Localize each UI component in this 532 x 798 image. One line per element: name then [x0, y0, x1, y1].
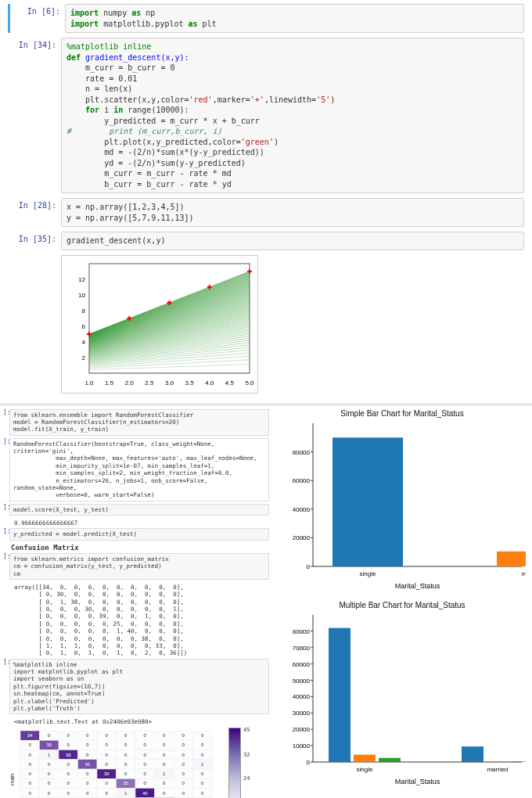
colorbar: 45 32 24 16 0: [228, 728, 241, 798]
prompt-4: In [35]:: [8, 232, 61, 250]
svg-text:10: 10: [78, 292, 85, 299]
svg-text:25: 25: [123, 781, 128, 785]
mini-cell-6[interactable]: ]:RandomForestClassifier(bootstrap=True,…: [3, 438, 269, 501]
svg-text:3.0: 3.0: [165, 379, 174, 386]
simple-bar-svg: 020000400006000080000singlemarriedMarita…: [275, 419, 526, 591]
mini-out-7: 0.9666666666666667: [11, 518, 269, 528]
svg-text:4.5: 4.5: [225, 379, 235, 386]
svg-rect-325: [329, 627, 350, 761]
svg-text:single: single: [357, 766, 373, 773]
svg-text:38: 38: [66, 752, 71, 757]
simple-bar-title: Simple Bar Chart for Marital_Status: [275, 409, 529, 418]
svg-text:Truth: Truth: [11, 774, 15, 786]
heatmap-output: 3400000000003000000000013800000000003000…: [11, 728, 269, 798]
svg-text:single: single: [360, 570, 376, 577]
mini-out-9: array([[34, 0, 0, 0, 0, 0, 0, 0, 0, 0], …: [11, 582, 269, 659]
confusion-heading: Confusion Matrix: [11, 544, 269, 552]
svg-text:40000: 40000: [293, 505, 311, 512]
svg-text:2.0: 2.0: [125, 379, 135, 386]
svg-rect-331: [512, 761, 526, 762]
svg-text:married: married: [487, 766, 508, 773]
svg-text:39: 39: [104, 771, 110, 776]
svg-text:0: 0: [307, 563, 311, 570]
mini-out-10: <matplotlib.text.Text at 0x2406e03e080>: [11, 717, 269, 727]
svg-text:Marital_Status: Marital_Status: [395, 778, 440, 785]
multiple-bar-svg: 0100002000030000400005000060000700008000…: [275, 611, 526, 787]
svg-text:married: married: [521, 570, 526, 577]
code-cell-1[interactable]: In [6]: import numpy as np import matplo…: [8, 4, 524, 33]
mini-cell-9[interactable]: ]:from sklearn.metrics import confusion_…: [3, 553, 269, 580]
svg-text:40: 40: [142, 790, 148, 795]
svg-text:12: 12: [78, 276, 85, 283]
svg-text:40000: 40000: [293, 693, 311, 700]
svg-text:30000: 30000: [293, 710, 311, 717]
svg-rect-330: [487, 760, 509, 761]
code-cell-3[interactable]: In [28]: x = np.array([1,2,3,4,5]) y = n…: [8, 198, 524, 227]
svg-text:6: 6: [82, 323, 86, 330]
svg-text:4.0: 4.0: [205, 379, 214, 386]
prompt-1: In [6]:: [12, 4, 65, 33]
svg-text:34: 34: [27, 733, 33, 738]
code-input-3[interactable]: x = np.array([1,2,3,4,5]) y = np.array([…: [61, 198, 524, 227]
svg-text:70000: 70000: [293, 644, 311, 651]
code-input-2[interactable]: %matplotlib inline def gradient_descent(…: [61, 38, 524, 193]
svg-text:1.5: 1.5: [105, 379, 114, 386]
svg-text:20000: 20000: [293, 534, 311, 541]
svg-text:2: 2: [82, 354, 86, 361]
mini-cell-7[interactable]: ]:model.score(X_test, y_test): [3, 504, 269, 516]
mini-cell-5[interactable]: ]:from sklearn.ensemble import RandomFor…: [3, 409, 269, 436]
code-cell-2[interactable]: In [34]: %matplotlib inline def gradient…: [8, 38, 524, 193]
left-notebook: ]:from sklearn.ensemble import RandomFor…: [0, 406, 272, 799]
mini-cell-8[interactable]: ]:y_predicted = model.predict(X_test): [3, 528, 269, 540]
svg-rect-327: [379, 757, 401, 761]
svg-text:3.5: 3.5: [185, 379, 195, 386]
multiple-bar-box: Multiple Bar Chart for Marital_Status 01…: [275, 601, 529, 789]
svg-text:80000: 80000: [293, 448, 311, 455]
code-input-4[interactable]: gradient_descent(x,y): [61, 232, 524, 250]
prompt-2: In [34]:: [8, 38, 61, 193]
multiple-bar-title: Multiple Bar Chart for Marital_Status: [275, 601, 529, 609]
svg-text:1.0: 1.0: [84, 379, 94, 386]
svg-text:60000: 60000: [293, 477, 311, 484]
svg-rect-302: [497, 551, 526, 566]
svg-text:0: 0: [307, 759, 311, 766]
svg-rect-300: [332, 437, 403, 566]
heatmap-svg: 3400000000003000000000013800000000003000…: [11, 728, 214, 798]
output-line-plot: 1.01.52.02.53.03.54.04.55.024681012: [61, 255, 524, 395]
svg-rect-326: [354, 754, 376, 761]
right-charts: Simple Bar Chart for Marital_Status 0200…: [272, 406, 532, 799]
svg-text:8: 8: [82, 307, 86, 315]
line-plot-svg: 1.01.52.02.53.03.54.04.55.024681012: [61, 255, 258, 394]
svg-text:30: 30: [84, 762, 90, 767]
notebook-top: In [6]: import numpy as np import matplo…: [0, 0, 532, 403]
prompt-3: In [28]:: [8, 198, 61, 227]
svg-text:5.0: 5.0: [245, 379, 254, 386]
svg-text:80000: 80000: [293, 627, 311, 634]
svg-text:30: 30: [46, 742, 52, 747]
code-input-1[interactable]: import numpy as np import matplotlib.pyp…: [65, 4, 524, 33]
run-indicator: [8, 4, 10, 33]
svg-rect-329: [462, 746, 483, 762]
svg-text:4: 4: [82, 339, 86, 346]
svg-text:60000: 60000: [293, 660, 311, 667]
svg-text:50000: 50000: [293, 677, 311, 684]
svg-text:2.5: 2.5: [145, 379, 154, 386]
mini-cell-10[interactable]: ]:%matplotlib inline import matplotlib.p…: [3, 659, 269, 715]
lower-section: ]:from sklearn.ensemble import RandomFor…: [0, 403, 532, 799]
svg-text:20000: 20000: [293, 726, 311, 733]
svg-text:Marital_Status: Marital_Status: [395, 582, 440, 590]
simple-bar-box: Simple Bar Chart for Marital_Status 0200…: [275, 409, 529, 593]
svg-text:10000: 10000: [293, 742, 311, 749]
code-cell-4[interactable]: In [35]: gradient_descent(x,y): [8, 232, 524, 250]
